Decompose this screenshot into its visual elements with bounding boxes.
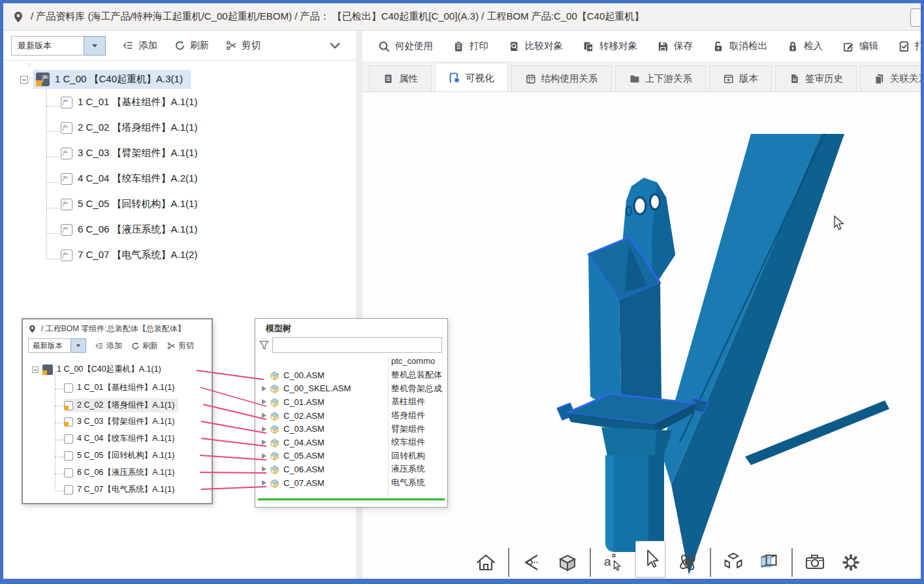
tree-root-selection[interactable]: 产 1 C_00 【C40起重机】A.3(1) <box>33 70 191 89</box>
part-icon: 产 <box>61 122 72 134</box>
overlay-tree-row-selected[interactable]: 2 C_02【塔身组件】A.1(1) <box>64 398 178 412</box>
section-view-button[interactable] <box>756 547 783 577</box>
chevron-down-icon <box>328 39 342 52</box>
column-header-label: ptc_commo <box>391 356 435 366</box>
tree-item-label: 6 C_06 【液压系统】A.1(1) <box>78 223 197 236</box>
tab-associations[interactable]: 关联关系 <box>860 65 921 91</box>
where-used-button[interactable]: 何处使用 <box>378 40 433 52</box>
tab-updown-relations[interactable]: 上下游关系 <box>615 65 707 91</box>
refresh-button[interactable]: 刷新 <box>174 39 209 52</box>
edit-button[interactable]: 编辑 <box>842 40 878 52</box>
visualization-icon <box>449 72 460 84</box>
overlay-tree-root[interactable]: 1 C_00【C40起重机】A.1(1) <box>32 364 161 375</box>
expand-arrow-icon[interactable] <box>259 440 269 445</box>
tree-row-root[interactable]: 产 1 C_00 【C40起重机】A.3(1) <box>20 70 191 89</box>
overlay-version-dropdown-arrow[interactable] <box>71 338 86 353</box>
tree-row[interactable]: 产7 C_07 【电气系统】A.1(2) <box>61 249 197 261</box>
add-button[interactable]: 添加 <box>123 39 157 52</box>
expand-arrow-icon[interactable] <box>259 386 269 391</box>
assembly-cube-icon <box>269 464 280 475</box>
expand-arrow-icon[interactable] <box>259 466 269 472</box>
cut-button[interactable]: 剪切 <box>226 39 261 52</box>
checkin-button[interactable]: 检入 <box>787 40 823 52</box>
version-dropdown[interactable]: 最新版本 <box>11 36 84 56</box>
model-tree-column-header[interactable]: ptc_commo <box>255 355 447 368</box>
tree-connector <box>55 423 64 423</box>
expand-arrow-icon[interactable] <box>259 480 269 485</box>
tree-connector <box>46 259 59 259</box>
model-tree-row[interactable]: C_07.ASM电气系统 <box>255 476 447 490</box>
overlay-version-dropdown[interactable]: 最新版本 <box>28 338 71 353</box>
tree-row[interactable]: 产2 C_02 【塔身组件】A.1(1) <box>61 122 197 134</box>
expand-arrow-icon[interactable] <box>259 453 269 459</box>
expand-arrow-icon[interactable] <box>259 427 269 432</box>
exploded-view-button[interactable] <box>720 547 747 577</box>
tree-connector <box>46 208 59 208</box>
home-button[interactable] <box>472 547 500 577</box>
model-tree-row[interactable]: C_03.ASM臂架组件 <box>255 422 447 436</box>
overlay-refresh-button[interactable]: 刷新 <box>131 340 158 351</box>
filter-input[interactable] <box>272 337 442 353</box>
compare-button[interactable]: 比较对象 <box>508 40 563 52</box>
overlay-tree-row[interactable]: 4 C_04【绞车组件】A.1(1) <box>64 433 174 444</box>
tree-connector <box>46 131 59 132</box>
orbit-button[interactable] <box>674 547 701 577</box>
model-tree-row[interactable]: C_04.ASM绞车组件 <box>255 436 447 449</box>
model-tree-filter-row <box>255 336 447 355</box>
transfer-button[interactable]: 转移对象 <box>582 40 637 52</box>
select-cursor-button-selected[interactable] <box>635 541 665 577</box>
overlay-cut-button[interactable]: 剪切 <box>167 340 194 351</box>
cursor-arrow-icon <box>639 547 662 571</box>
expand-arrow-icon[interactable] <box>259 413 269 418</box>
tab-review-history[interactable]: 签审历史 <box>775 65 857 91</box>
edge-partial-button[interactable] <box>910 8 921 27</box>
model-tree-row[interactable]: C_06.ASM液压系统 <box>255 462 447 476</box>
tree-row[interactable]: 产5 C_05 【回转机构】A.1(1) <box>61 198 197 210</box>
tree-row[interactable]: 产3 C_03 【臂架组件】A.1(1) <box>61 147 197 159</box>
model-tree-panel[interactable]: 模型树 ptc_commo C_00.ASM整机总装配体 C_00_SKEL.A… <box>255 318 448 508</box>
view-orientation-button[interactable] <box>518 547 545 577</box>
tree-row[interactable]: 产4 C_04 【绞车组件】A.2(1) <box>61 172 197 185</box>
part-icon <box>64 468 73 478</box>
collapse-toolbar-button[interactable] <box>328 39 342 52</box>
model-tree-row[interactable]: C_01.ASM基柱组件 <box>255 395 447 409</box>
tab-properties[interactable]: 属性 <box>369 65 432 91</box>
model-tree-row[interactable]: C_00.ASM整机总装配体 <box>255 368 447 382</box>
save-button[interactable]: 保存 <box>657 40 693 52</box>
assembly-cube-icon <box>269 450 280 461</box>
collapse-toggle-icon[interactable] <box>20 76 28 84</box>
filter-funnel-icon[interactable] <box>259 340 270 351</box>
overlay-tree-row[interactable]: 1 C_01【基柱组件】A.1(1) <box>64 382 174 393</box>
overlay-tree-row[interactable]: 5 C_05【回转机构】A.1(1) <box>64 450 174 461</box>
overlay-item-label: 7 C_07【电气系统】A.1(1) <box>77 484 174 495</box>
model-name: C_03.ASM <box>283 424 325 434</box>
model-name: C_02.ASM <box>283 411 325 421</box>
shaded-cube-button[interactable] <box>554 547 581 577</box>
overlay-tree-row[interactable]: 7 C_07【电气系统】A.1(1) <box>64 484 174 495</box>
model-tree-row[interactable]: C_00_SKEL.ASM整机骨架总成 <box>255 382 447 396</box>
print-button[interactable]: 打印 <box>453 40 488 52</box>
clipped-action-button[interactable]: 打 <box>898 40 921 52</box>
model-desc: 回转机构 <box>391 450 425 462</box>
viewer-settings-button[interactable] <box>837 547 865 577</box>
cancel-checkout-button[interactable]: 取消检出 <box>712 40 767 52</box>
tab-structure-usage[interactable]: 结构使用关系 <box>511 65 612 91</box>
snapshot-button[interactable] <box>801 547 829 577</box>
collapse-toggle-icon[interactable] <box>32 366 39 373</box>
part-icon: 产 <box>61 224 72 236</box>
overlay-add-button[interactable]: 添加 <box>95 340 122 351</box>
tree-row[interactable]: 产6 C_06 【液压系统】A.1(1) <box>61 223 197 236</box>
tab-version[interactable]: 版本 <box>709 65 772 91</box>
expand-arrow-icon[interactable] <box>259 399 269 404</box>
model-tree-row[interactable]: C_05.ASM回转机构 <box>255 449 447 463</box>
overlay-tree-row[interactable]: 6 C_06【液压系统】A.1(1) <box>64 467 174 478</box>
window-plus-icon <box>723 73 734 84</box>
overlay-tree-row[interactable]: 3 C_03【臂架组件】A.1(1) <box>64 416 174 427</box>
model-tree-row[interactable]: C_02.ASM塔身组件 <box>255 409 447 423</box>
version-dropdown-arrow[interactable] <box>84 36 106 56</box>
tab-visualization[interactable]: 可视化 <box>435 63 508 92</box>
camera-icon <box>803 551 827 574</box>
select-annotation-button[interactable] <box>599 547 627 577</box>
ebom-overlay-window[interactable]: / 工程BOM 零组件:总装配体【总装配体】 最新版本 添加 刷新 剪切 <box>22 318 213 504</box>
tree-row[interactable]: 产1 C_01 【基柱组件】A.1(1) <box>61 96 197 108</box>
